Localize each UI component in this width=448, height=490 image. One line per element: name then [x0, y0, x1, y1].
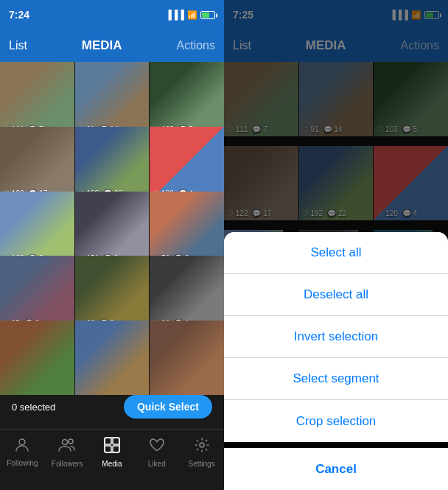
tab-settings[interactable]: Settings [179, 437, 224, 468]
photo-cell[interactable]: ♡ 192 💬 22 [75, 127, 150, 201]
action-invert-selection[interactable]: Invert selection [224, 316, 448, 358]
tab-followers-label: Followers [52, 460, 83, 468]
settings-icon [194, 437, 210, 458]
tab-liked-label: Liked [148, 460, 166, 468]
photo-cell[interactable]: ♡ 76 💬 0 [150, 192, 224, 266]
photo-cell[interactable]: ♡ 90 💬 2 [75, 256, 150, 330]
tab-settings-label: Settings [189, 460, 215, 468]
svg-point-2 [69, 439, 73, 444]
photo-cell[interactable]: ♡ 91 💬 14 [75, 62, 150, 136]
quick-select-button[interactable]: Quick Select [124, 395, 212, 419]
svg-rect-6 [105, 446, 111, 452]
photo-cell[interactable]: ♡ 151 💬 3 [75, 192, 150, 266]
tab-following-label: Following [7, 459, 38, 467]
tab-following[interactable]: Following [0, 437, 45, 467]
svg-rect-4 [105, 438, 111, 444]
svg-point-8 [200, 443, 204, 447]
svg-rect-3 [105, 438, 119, 452]
media-icon [104, 437, 120, 458]
tab-bar-left: Following Followers [0, 429, 224, 490]
photo-cell[interactable]: ♡ 105 💬 5 [0, 192, 74, 266]
liked-icon [149, 437, 165, 458]
following-icon [14, 437, 30, 457]
battery-icon [200, 10, 215, 19]
wifi-icon: 📶 [187, 10, 197, 20]
photo-cell[interactable]: ♡ 120 💬 4 [150, 127, 224, 201]
nav-list-left[interactable]: List [9, 39, 27, 52]
status-bar-left: 7:24 ▐▐▐ 📶 [0, 0, 224, 29]
photo-cell[interactable] [75, 321, 150, 395]
svg-point-1 [63, 440, 68, 445]
left-screen: 7:24 ▐▐▐ 📶 List MEDIA Actions ♡ 111 💬 7 … [0, 0, 224, 490]
tab-followers[interactable]: Followers [45, 437, 90, 468]
photo-cell[interactable]: ♡ 95 💬 2 [0, 256, 74, 330]
action-deselect-all[interactable]: Deselect all [224, 274, 448, 316]
nav-title-left: MEDIA [82, 38, 122, 53]
photo-grid-left: ♡ 111 💬 7 ♡ 91 💬 14 ♡ 103 💬 5 ♡ 122 💬 17 [0, 62, 224, 385]
photo-cell[interactable] [0, 321, 74, 395]
action-crop-selection[interactable]: Crop selection [224, 400, 448, 442]
svg-rect-5 [113, 438, 119, 444]
action-sheet: Select all Deselect all Invert selection… [224, 232, 448, 442]
svg-point-0 [19, 439, 25, 445]
photo-cell[interactable]: ♡ 103 💬 5 [150, 62, 224, 136]
photo-cell[interactable] [150, 321, 224, 395]
tab-liked[interactable]: Liked [134, 437, 179, 468]
photo-cell[interactable]: ♡ 122 💬 17 [0, 127, 74, 201]
status-icons-left: ▐▐▐ 📶 [165, 10, 215, 20]
action-sheet-overlay: Select all Deselect all Invert selection… [224, 0, 448, 490]
selected-count: 0 selected [12, 402, 55, 413]
svg-rect-7 [113, 446, 119, 452]
signal-icon: ▐▐▐ [165, 10, 184, 20]
tab-media[interactable]: Media [90, 437, 135, 468]
action-select-all[interactable]: Select all [224, 232, 448, 274]
tab-media-label: Media [102, 460, 122, 468]
action-select-segment[interactable]: Select segment [224, 358, 448, 400]
right-screen: 7:25 ▐▐▐ 📶 List MEDIA Actions ♡ 111 💬 7 … [224, 0, 448, 490]
photo-cell[interactable]: ♡ 88 💬 1 [150, 256, 224, 330]
photo-cell[interactable]: ♡ 111 💬 7 [0, 62, 74, 136]
nav-actions-left[interactable]: Actions [177, 39, 215, 52]
nav-bar-left: List MEDIA Actions [0, 29, 224, 62]
followers-icon [58, 437, 76, 458]
time-left: 7:24 [9, 9, 29, 21]
action-cancel-button[interactable]: Cancel [224, 448, 448, 490]
